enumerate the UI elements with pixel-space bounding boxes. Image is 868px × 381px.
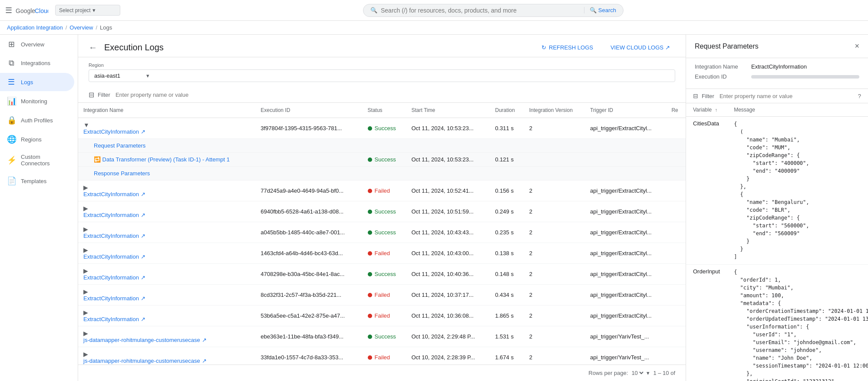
status-badge: Failed <box>368 250 401 256</box>
panel-filter-input[interactable] <box>719 93 855 99</box>
request-params-link[interactable]: Request Parameters <box>94 142 680 149</box>
help-icon[interactable]: ? <box>858 93 861 99</box>
table-row-sub: 🔁 Data Transformer (Preview) (Task ID-1)… <box>78 153 686 167</box>
back-button[interactable]: ← <box>89 43 97 53</box>
sidebar-item-auth-profiles[interactable]: 🔒 Auth Profiles <box>0 111 74 129</box>
sidebar-item-monitoring[interactable]: 📊 Monitoring <box>0 92 74 110</box>
sidebar-item-regions[interactable]: 🌐 Regions <box>0 130 74 148</box>
integration-name-link[interactable]: js-datamapper-rohitmulange-customeruseca… <box>83 337 250 343</box>
filter-input[interactable] <box>116 92 675 98</box>
search-input[interactable] <box>381 7 581 14</box>
status-badge: Failed <box>368 292 401 298</box>
re-cell <box>666 118 686 139</box>
integration-name-link[interactable]: js-datamapper-rohitmulange-customeruseca… <box>83 358 250 364</box>
chevron-down-icon: ▾ <box>146 72 149 79</box>
panel-filter: ⊟ Filter ? <box>686 89 868 103</box>
col-execution-id: Execution ID <box>255 103 362 118</box>
failed-icon <box>368 189 372 193</box>
external-link-icon: ↗ <box>141 316 145 322</box>
integration-name-link[interactable]: ExtractCityInformation ↗ <box>83 233 250 239</box>
col-integration-name: Integration Name <box>78 103 255 118</box>
svg-text:Cloud: Cloud <box>35 7 48 14</box>
duration-cell: 0.311 s <box>490 118 524 139</box>
expand-button[interactable]: ▶ <box>83 330 88 337</box>
auth-icon: 🔒 <box>7 115 16 125</box>
filter-icon: ⊟ <box>89 91 94 99</box>
col-start-time: Start Time <box>406 103 490 118</box>
search-icon: 🔍 <box>370 7 377 13</box>
variable-name: OrderInput <box>686 265 727 381</box>
data-transformer-link[interactable]: 🔁 Data Transformer (Preview) (Task ID-1)… <box>94 156 250 163</box>
close-button[interactable]: × <box>855 42 859 51</box>
breadcrumb-app-integration[interactable]: Application Integration <box>7 24 63 31</box>
sort-icon[interactable]: ↑ <box>715 107 717 112</box>
table-row: ▶ ExtractCityInformation ↗ 53b6a5ee-c5a1… <box>78 305 686 326</box>
success-icon <box>368 210 372 214</box>
search-label: Search <box>598 7 616 13</box>
filter-label: Filter <box>702 93 714 99</box>
search-button[interactable]: 🔍 Search <box>584 7 616 13</box>
breadcrumb: Application Integration / Overview / Log… <box>0 21 868 35</box>
expand-button[interactable]: ▶ <box>83 351 88 358</box>
menu-icon[interactable]: ☰ <box>5 6 12 15</box>
sidebar-item-integrations[interactable]: ⧉ Integrations <box>0 54 74 72</box>
integration-name-link[interactable]: ExtractCityInformation ↗ <box>83 191 250 197</box>
response-params-link[interactable]: Response Parameters <box>94 170 680 177</box>
sidebar: ⊞ Overview ⧉ Integrations ☰ Logs 📊 Monit… <box>0 35 78 381</box>
google-cloud-logo: Google Cloud <box>16 5 48 16</box>
pagination: Rows per page: 10 25 50 ▾ 1 – 10 of <box>78 365 686 381</box>
integration-name-link[interactable]: ExtractCityInformation ↗ <box>83 316 250 322</box>
integration-name-link[interactable]: ExtractCityInformation ↗ <box>83 212 250 218</box>
panel-table-row: OrderInput { "orderId": 1, "city": "Mumb… <box>686 265 868 381</box>
external-link-icon: ↗ <box>141 191 145 197</box>
panel-title: Request Parameters <box>695 43 759 50</box>
project-select[interactable]: Select project ▾ <box>55 5 120 16</box>
integration-name-link[interactable]: ExtractCityInformation ↗ <box>83 128 250 135</box>
region-select[interactable]: asia-east1 ▾ <box>89 69 675 82</box>
table-row: ▶ js-datamapper-rohitmulange-customeruse… <box>78 347 686 365</box>
expand-button[interactable]: ▶ <box>83 226 88 233</box>
sidebar-item-overview[interactable]: ⊞ Overview <box>0 35 74 53</box>
sidebar-item-label: Custom Connectors <box>21 154 67 167</box>
start-time-cell: Oct 11, 2024, 10:53:23... <box>406 118 490 139</box>
sidebar-item-custom-connectors[interactable]: ⚡ Custom Connectors <box>0 149 74 171</box>
external-link-icon: ↗ <box>665 44 670 51</box>
expand-button[interactable]: ▼ <box>83 122 89 128</box>
expand-button[interactable]: ▶ <box>83 309 88 316</box>
integration-name-link[interactable]: ExtractCityInformation ↗ <box>83 253 250 260</box>
table-row: ▶ ExtractCityInformation ↗ 6940fbb5-6528… <box>78 201 686 222</box>
logs-table-container: Integration Name Execution ID Status Sta… <box>78 103 686 365</box>
sidebar-item-label: Monitoring <box>21 98 47 105</box>
expand-button[interactable]: ▶ <box>83 246 88 253</box>
sidebar-item-templates[interactable]: 📄 Templates <box>0 172 74 190</box>
col-duration: Duration <box>490 103 524 118</box>
monitoring-icon: 📊 <box>7 96 16 106</box>
status-badge: Success <box>368 229 401 236</box>
integration-name-link[interactable]: ExtractCityInformation ↗ <box>83 295 250 302</box>
view-cloud-logs-button[interactable]: VIEW CLOUD LOGS ↗ <box>605 42 675 53</box>
region-label: Region <box>89 62 675 68</box>
breadcrumb-overview[interactable]: Overview <box>69 24 93 31</box>
rows-per-page-select[interactable]: 10 25 50 <box>630 369 645 377</box>
breadcrumb-logs: Logs <box>100 24 112 31</box>
table-row-sub: Request Parameters <box>78 139 686 153</box>
col-re: Re <box>666 103 686 118</box>
right-panel: Request Parameters × Integration Name Ex… <box>686 35 868 381</box>
integration-name-link[interactable]: ExtractCityInformation ↗ <box>83 274 250 281</box>
execution-id-label: Execution ID <box>695 73 751 80</box>
panel-header: Request Parameters × <box>686 35 868 58</box>
expand-button[interactable]: ▶ <box>83 288 88 295</box>
expand-button[interactable]: ▶ <box>83 205 88 212</box>
expand-button[interactable]: ▶ <box>83 267 88 274</box>
sidebar-item-logs[interactable]: ☰ Logs <box>0 73 74 91</box>
version-cell: 2 <box>524 118 585 139</box>
external-link-icon: ↗ <box>141 253 145 260</box>
refresh-logs-button[interactable]: ↻ REFRESH LOGS <box>536 42 598 53</box>
status-badge: Success <box>368 125 401 131</box>
logs-title: Execution Logs <box>104 43 529 53</box>
expand-button[interactable]: ▶ <box>83 184 88 191</box>
table-row: ▶ ExtractCityInformation ↗ 4708298e-b30a… <box>78 264 686 285</box>
panel-meta: Integration Name ExtractCityInformation … <box>686 58 868 89</box>
status-badge: Success <box>368 156 401 163</box>
search-icon-btn: 🔍 <box>590 7 597 13</box>
